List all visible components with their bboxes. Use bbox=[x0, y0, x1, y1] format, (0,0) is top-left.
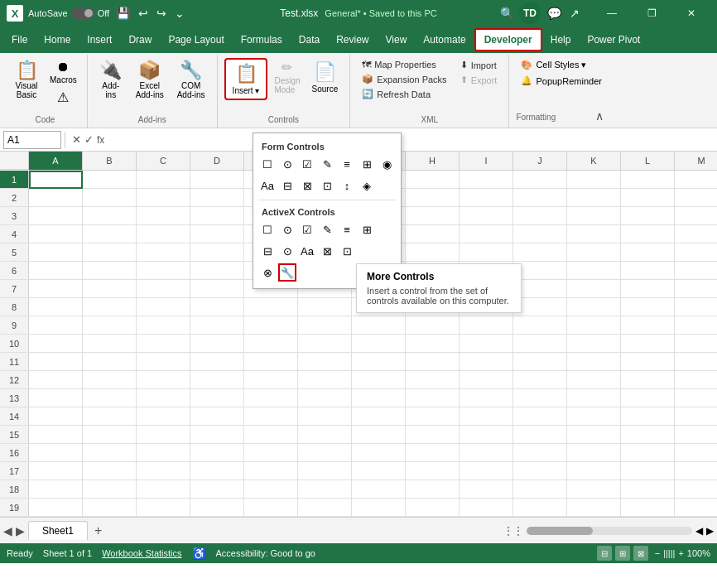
cell[interactable] bbox=[190, 298, 244, 316]
cell[interactable] bbox=[29, 371, 83, 389]
row-number-5[interactable]: 5 bbox=[0, 243, 29, 261]
ax-img[interactable]: ⊠ bbox=[318, 242, 336, 260]
ax-btn2[interactable]: ⊟ bbox=[258, 242, 277, 260]
cell[interactable] bbox=[190, 462, 244, 480]
cell[interactable] bbox=[460, 480, 513, 499]
cell[interactable] bbox=[406, 426, 460, 444]
scroll-right-icon[interactable]: ▶ bbox=[706, 525, 714, 537]
col-header-K[interactable]: K bbox=[567, 152, 621, 170]
collapse-ribbon-button[interactable]: ∧ bbox=[592, 108, 607, 124]
cell[interactable] bbox=[83, 426, 137, 444]
menu-review[interactable]: Review bbox=[328, 28, 377, 51]
cell[interactable] bbox=[567, 262, 621, 280]
cell[interactable] bbox=[83, 462, 137, 480]
cell[interactable] bbox=[29, 499, 83, 517]
cell[interactable] bbox=[675, 225, 717, 243]
cell[interactable] bbox=[190, 371, 244, 389]
cell[interactable] bbox=[83, 353, 137, 371]
cell[interactable] bbox=[83, 298, 137, 316]
cell[interactable] bbox=[352, 480, 406, 499]
search-icon[interactable]: 🔍 bbox=[500, 7, 514, 20]
cell[interactable] bbox=[460, 371, 513, 389]
fc-groupbox[interactable]: ◉ bbox=[378, 155, 396, 173]
cell[interactable] bbox=[298, 480, 352, 499]
menu-automate[interactable]: Automate bbox=[415, 28, 474, 51]
cell[interactable] bbox=[298, 298, 352, 316]
sheet-nav-arrows[interactable]: ◀ ▶ bbox=[3, 524, 25, 537]
cell[interactable] bbox=[567, 426, 621, 444]
menu-draw[interactable]: Draw bbox=[120, 28, 160, 51]
horizontal-scrollbar[interactable] bbox=[527, 527, 692, 535]
cell[interactable] bbox=[83, 280, 137, 298]
ax-checkbox[interactable]: ☐ bbox=[258, 220, 277, 239]
menu-view[interactable]: View bbox=[378, 28, 416, 51]
cell[interactable] bbox=[406, 171, 460, 189]
popup-reminder-button[interactable]: 🔔 PopupReminder bbox=[516, 74, 607, 88]
cell[interactable] bbox=[460, 389, 513, 407]
fc-combobox[interactable]: ⊞ bbox=[358, 155, 376, 173]
cell[interactable] bbox=[83, 316, 137, 335]
cell[interactable] bbox=[298, 426, 352, 444]
cell[interactable] bbox=[137, 262, 190, 280]
cell[interactable] bbox=[513, 389, 567, 407]
cell[interactable] bbox=[137, 371, 190, 389]
row-number-11[interactable]: 11 bbox=[0, 353, 29, 370]
cell[interactable] bbox=[460, 335, 513, 353]
cell[interactable] bbox=[29, 225, 83, 243]
cell[interactable] bbox=[83, 499, 137, 517]
cell[interactable] bbox=[460, 444, 513, 462]
cell[interactable] bbox=[83, 189, 137, 207]
cell[interactable] bbox=[29, 171, 83, 189]
cell[interactable] bbox=[460, 171, 513, 189]
cell[interactable] bbox=[675, 189, 717, 207]
cell[interactable] bbox=[460, 499, 513, 517]
row-number-12[interactable]: 12 bbox=[0, 371, 29, 388]
cell[interactable] bbox=[621, 280, 675, 298]
cell[interactable] bbox=[244, 407, 298, 426]
confirm-formula-icon[interactable]: ✓ bbox=[84, 133, 94, 146]
cell[interactable] bbox=[460, 316, 513, 335]
zoom-slider[interactable]: ||||| bbox=[663, 548, 675, 558]
cell[interactable] bbox=[244, 426, 298, 444]
cell[interactable] bbox=[352, 407, 406, 426]
fc-label[interactable]: Aa bbox=[258, 176, 277, 195]
cell[interactable] bbox=[621, 426, 675, 444]
col-header-A[interactable]: A bbox=[29, 152, 83, 170]
cell[interactable] bbox=[244, 389, 298, 407]
cell[interactable] bbox=[137, 298, 190, 316]
autosave-pill[interactable] bbox=[71, 7, 94, 19]
menu-data[interactable]: Data bbox=[291, 28, 328, 51]
cell[interactable] bbox=[190, 280, 244, 298]
cell[interactable] bbox=[190, 316, 244, 335]
insert-function-icon[interactable]: fx bbox=[97, 134, 104, 146]
cell[interactable] bbox=[298, 353, 352, 371]
row-number-8[interactable]: 8 bbox=[0, 298, 29, 316]
sheet-tab-sheet1[interactable]: Sheet1 bbox=[28, 521, 88, 540]
col-header-B[interactable]: B bbox=[83, 152, 137, 170]
cell[interactable] bbox=[675, 298, 717, 316]
cell[interactable] bbox=[675, 389, 717, 407]
cell[interactable] bbox=[406, 480, 460, 499]
cell[interactable] bbox=[567, 189, 621, 207]
cell[interactable] bbox=[406, 207, 460, 225]
cell[interactable] bbox=[352, 444, 406, 462]
cell[interactable] bbox=[567, 171, 621, 189]
row-number-19[interactable]: 19 bbox=[0, 499, 29, 516]
user-avatar[interactable]: TD bbox=[519, 2, 541, 24]
cell-styles-button[interactable]: 🎨 Cell Styles ▾ bbox=[516, 58, 607, 72]
cell[interactable] bbox=[137, 444, 190, 462]
cell[interactable] bbox=[352, 389, 406, 407]
col-header-I[interactable]: I bbox=[460, 152, 513, 170]
cell[interactable] bbox=[190, 262, 244, 280]
fc-radio[interactable]: ⊙ bbox=[278, 155, 296, 173]
fc-button[interactable]: ⊡ bbox=[318, 176, 336, 195]
cell[interactable] bbox=[83, 407, 137, 426]
cell[interactable] bbox=[29, 243, 83, 262]
cell[interactable] bbox=[29, 298, 83, 316]
page-layout-view-button[interactable]: ⊞ bbox=[615, 546, 630, 561]
cell[interactable] bbox=[460, 407, 513, 426]
cell[interactable] bbox=[29, 480, 83, 499]
page-break-view-button[interactable]: ⊠ bbox=[633, 546, 648, 561]
comments-icon[interactable]: 💬 bbox=[546, 5, 563, 22]
cell[interactable] bbox=[244, 335, 298, 353]
